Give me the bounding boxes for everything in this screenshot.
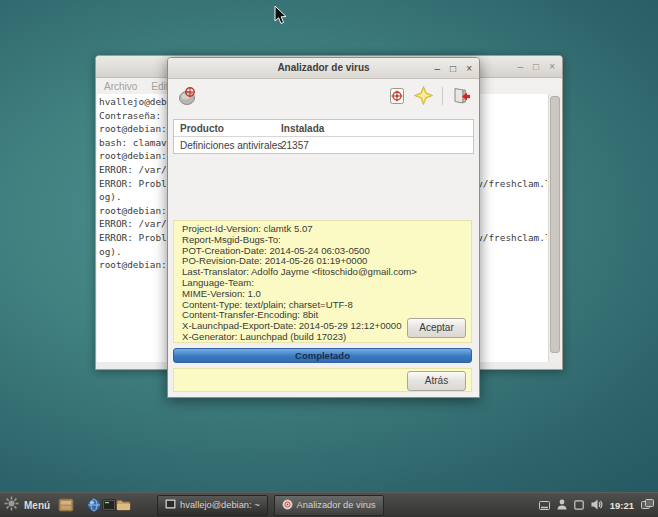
minimize-button[interactable]: – <box>435 64 441 74</box>
clipboard-icon[interactable] <box>574 496 584 514</box>
info-line: PO-Revision-Date: 2014-05-26 01:19+0000 <box>182 256 467 267</box>
taskbar-window-virus-analyzer[interactable]: Analizador de virus <box>274 495 384 516</box>
terminal-scrollbar[interactable] <box>548 94 561 362</box>
terminal-launcher-icon[interactable] <box>101 493 116 517</box>
table-row[interactable]: Definiciones antivirales 21357 <box>174 137 473 153</box>
check-updates-star-icon[interactable] <box>413 86 434 105</box>
show-desktop-icon[interactable] <box>539 496 550 514</box>
progress-bar: Completado <box>173 348 472 363</box>
menu-label: Menú <box>24 500 50 511</box>
definitions-table[interactable]: Producto Instalada Definiciones antivira… <box>173 119 474 154</box>
info-line: Content-Type: text/plain; charset=UTF-8 <box>182 300 467 311</box>
virus-analyzer-window[interactable]: Analizador de virus – □ × <box>167 57 480 398</box>
accept-button[interactable]: Aceptar <box>407 318 466 338</box>
clamtk-mini-icon <box>282 499 293 512</box>
taskbar: Menú <box>0 492 658 517</box>
system-tray: 19:21 <box>539 493 654 517</box>
info-line: Project-Id-Version: clamtk 5.07 <box>182 224 467 235</box>
menu-gear-icon <box>4 496 19 515</box>
clamtk-logo-icon <box>177 85 199 107</box>
dialog-titlebar[interactable]: Analizador de virus – □ × <box>168 58 479 79</box>
desktop: hvallejo@debian: ~ – □ × Archivo Editar … <box>0 0 658 517</box>
back-button[interactable]: Atrás <box>407 371 466 391</box>
taskbar-window-label: hvallejo@debian: ~ <box>180 500 259 510</box>
taskbar-window-terminal[interactable]: hvallejo@debian: ~ <box>157 495 267 516</box>
dialog-title: Analizador de virus <box>168 62 479 73</box>
update-signatures-icon[interactable] <box>386 86 407 105</box>
column-instalada: Instalada <box>275 123 324 134</box>
info-line: Last-Translator: Adolfo Jayme <fitoschid… <box>182 267 467 278</box>
menu-archivo[interactable]: Archivo <box>104 81 137 92</box>
clock[interactable]: 19:21 <box>610 500 634 511</box>
table-header: Producto Instalada <box>174 120 473 137</box>
file-manager-folder-icon[interactable] <box>116 493 131 517</box>
terminal-mini-icon <box>165 499 176 511</box>
minimize-button[interactable]: – <box>518 62 524 72</box>
close-button[interactable]: × <box>549 62 555 72</box>
volume-icon[interactable] <box>591 496 603 514</box>
row-installed: 21357 <box>275 140 309 151</box>
close-button[interactable]: × <box>466 64 472 74</box>
bottom-strip: Atrás <box>173 368 472 392</box>
web-browser-icon[interactable] <box>86 493 101 517</box>
toolbar-separator <box>442 87 443 105</box>
row-product: Definiciones antivirales <box>174 140 275 151</box>
mouse-cursor <box>274 6 287 29</box>
file-cabinet-icon[interactable] <box>56 493 76 517</box>
info-line: Language-Team: <box>182 278 467 289</box>
dialog-toolbar <box>168 78 479 116</box>
scrollbar-thumb[interactable] <box>550 96 560 353</box>
maximize-button[interactable]: □ <box>533 62 539 72</box>
workspace-pager-icon[interactable] <box>641 496 654 514</box>
info-line: MIME-Version: 1.0 <box>182 289 467 300</box>
info-pane: Project-Id-Version: clamtk 5.07Report-Ms… <box>173 220 472 343</box>
column-producto: Producto <box>174 123 275 134</box>
exit-icon[interactable] <box>451 86 472 105</box>
taskbar-window-label: Analizador de virus <box>297 500 376 510</box>
user-icon[interactable] <box>557 496 567 514</box>
window-list: hvallejo@debian: ~ Analizador de virus <box>157 493 384 517</box>
maximize-button[interactable]: □ <box>450 64 456 74</box>
info-line: Report-Msgid-Bugs-To: <box>182 235 467 246</box>
menu-button[interactable]: Menú <box>0 493 56 517</box>
info-line: POT-Creation-Date: 2014-05-24 06:03-0500 <box>182 246 467 257</box>
